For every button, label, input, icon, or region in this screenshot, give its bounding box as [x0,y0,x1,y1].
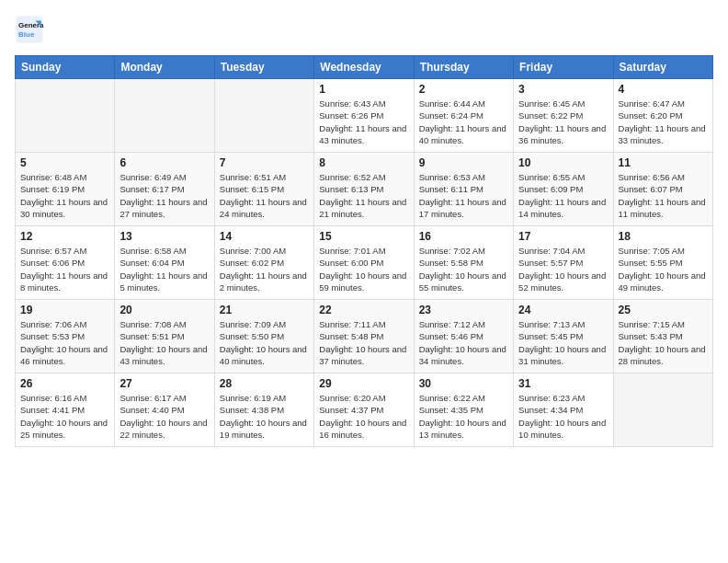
day-number: 13 [119,230,209,243]
calendar-cell: 11Sunrise: 6:56 AM Sunset: 6:07 PM Dayli… [613,153,712,226]
day-info: Sunrise: 7:08 AM Sunset: 5:51 PM Dayligh… [119,318,209,367]
calendar-cell: 26Sunrise: 6:16 AM Sunset: 4:41 PM Dayli… [16,373,115,447]
page-header: General Blue [15,15,713,44]
calendar-cell: 8Sunrise: 6:52 AM Sunset: 6:13 PM Daylig… [314,153,414,226]
calendar-header-row: SundayMondayTuesdayWednesdayThursdayFrid… [16,56,713,79]
calendar-cell: 25Sunrise: 7:15 AM Sunset: 5:43 PM Dayli… [613,300,712,373]
day-number: 2 [419,83,508,96]
day-number: 9 [419,156,508,169]
day-number: 27 [119,377,209,390]
day-number: 30 [419,377,508,390]
day-info: Sunrise: 6:58 AM Sunset: 6:04 PM Dayligh… [119,245,209,293]
day-info: Sunrise: 6:43 AM Sunset: 6:26 PM Dayligh… [319,98,408,146]
calendar-day-header: Saturday [613,56,712,79]
day-info: Sunrise: 7:05 AM Sunset: 5:55 PM Dayligh… [619,245,708,293]
day-info: Sunrise: 7:01 AM Sunset: 6:00 PM Dayligh… [319,245,408,293]
calendar-cell: 3Sunrise: 6:45 AM Sunset: 6:22 PM Daylig… [514,79,613,153]
calendar-cell: 27Sunrise: 6:17 AM Sunset: 4:40 PM Dayli… [115,373,214,447]
calendar-cell: 7Sunrise: 6:51 AM Sunset: 6:15 PM Daylig… [214,153,313,226]
calendar-cell [214,79,313,153]
day-number: 20 [119,304,209,316]
day-number: 8 [319,156,408,169]
calendar-cell: 19Sunrise: 7:06 AM Sunset: 5:53 PM Dayli… [16,300,115,373]
calendar-day-header: Monday [115,56,214,79]
calendar-cell: 14Sunrise: 7:00 AM Sunset: 6:02 PM Dayli… [214,226,313,300]
calendar-cell: 12Sunrise: 6:57 AM Sunset: 6:06 PM Dayli… [16,226,115,300]
calendar-table: SundayMondayTuesdayWednesdayThursdayFrid… [15,55,713,447]
day-info: Sunrise: 6:55 AM Sunset: 6:09 PM Dayligh… [518,171,608,220]
calendar-cell [115,79,214,153]
day-number: 3 [518,83,608,96]
day-number: 28 [220,377,309,390]
day-info: Sunrise: 7:15 AM Sunset: 5:43 PM Dayligh… [619,318,708,367]
day-info: Sunrise: 6:22 AM Sunset: 4:35 PM Dayligh… [419,392,508,441]
day-info: Sunrise: 7:09 AM Sunset: 5:50 PM Dayligh… [220,318,309,367]
calendar-cell: 31Sunrise: 6:23 AM Sunset: 4:34 PM Dayli… [514,373,613,447]
calendar-week-row: 5Sunrise: 6:48 AM Sunset: 6:19 PM Daylig… [16,153,713,226]
calendar-day-header: Tuesday [214,56,313,79]
day-number: 16 [419,230,508,243]
calendar-cell: 24Sunrise: 7:13 AM Sunset: 5:45 PM Dayli… [514,300,613,373]
day-number: 4 [619,83,708,96]
day-info: Sunrise: 6:52 AM Sunset: 6:13 PM Dayligh… [319,171,408,220]
calendar-week-row: 19Sunrise: 7:06 AM Sunset: 5:53 PM Dayli… [16,300,713,373]
day-info: Sunrise: 7:04 AM Sunset: 5:57 PM Dayligh… [518,245,608,293]
day-number: 6 [119,156,209,169]
calendar-cell: 4Sunrise: 6:47 AM Sunset: 6:20 PM Daylig… [613,79,712,153]
calendar-cell: 9Sunrise: 6:53 AM Sunset: 6:11 PM Daylig… [414,153,513,226]
day-info: Sunrise: 6:17 AM Sunset: 4:40 PM Dayligh… [119,392,209,441]
day-info: Sunrise: 7:06 AM Sunset: 5:53 PM Dayligh… [20,318,109,367]
day-number: 31 [518,377,608,390]
day-info: Sunrise: 6:20 AM Sunset: 4:37 PM Dayligh… [319,392,408,441]
day-number: 24 [518,304,608,316]
calendar-cell: 23Sunrise: 7:12 AM Sunset: 5:46 PM Dayli… [414,300,513,373]
day-number: 11 [619,156,708,169]
day-info: Sunrise: 7:13 AM Sunset: 5:45 PM Dayligh… [518,318,608,367]
calendar-day-header: Friday [514,56,613,79]
calendar-cell [613,373,712,447]
day-info: Sunrise: 6:49 AM Sunset: 6:17 PM Dayligh… [119,171,209,220]
day-info: Sunrise: 6:45 AM Sunset: 6:22 PM Dayligh… [518,98,608,146]
day-info: Sunrise: 7:12 AM Sunset: 5:46 PM Dayligh… [419,318,508,367]
day-info: Sunrise: 6:51 AM Sunset: 6:15 PM Dayligh… [220,171,309,220]
calendar-cell: 13Sunrise: 6:58 AM Sunset: 6:04 PM Dayli… [115,226,214,300]
day-number: 5 [20,156,109,169]
logo: General Blue [15,15,48,44]
calendar-cell: 29Sunrise: 6:20 AM Sunset: 4:37 PM Dayli… [314,373,414,447]
day-info: Sunrise: 6:47 AM Sunset: 6:20 PM Dayligh… [619,98,708,146]
day-info: Sunrise: 6:23 AM Sunset: 4:34 PM Dayligh… [518,392,608,441]
day-info: Sunrise: 7:02 AM Sunset: 5:58 PM Dayligh… [419,245,508,293]
day-number: 23 [419,304,508,316]
day-number: 17 [518,230,608,243]
calendar-cell: 1Sunrise: 6:43 AM Sunset: 6:26 PM Daylig… [314,79,414,153]
calendar-week-row: 26Sunrise: 6:16 AM Sunset: 4:41 PM Dayli… [16,373,713,447]
calendar-cell: 20Sunrise: 7:08 AM Sunset: 5:51 PM Dayli… [115,300,214,373]
day-info: Sunrise: 6:53 AM Sunset: 6:11 PM Dayligh… [419,171,508,220]
day-number: 10 [518,156,608,169]
day-info: Sunrise: 6:19 AM Sunset: 4:38 PM Dayligh… [220,392,309,441]
day-number: 7 [220,156,309,169]
day-number: 15 [319,230,408,243]
day-info: Sunrise: 6:57 AM Sunset: 6:06 PM Dayligh… [20,245,109,293]
day-info: Sunrise: 6:44 AM Sunset: 6:24 PM Dayligh… [419,98,508,146]
calendar-week-row: 12Sunrise: 6:57 AM Sunset: 6:06 PM Dayli… [16,226,713,300]
calendar-cell: 16Sunrise: 7:02 AM Sunset: 5:58 PM Dayli… [414,226,513,300]
day-number: 14 [220,230,309,243]
day-info: Sunrise: 7:00 AM Sunset: 6:02 PM Dayligh… [220,245,309,293]
day-number: 12 [20,230,109,243]
day-number: 25 [619,304,708,316]
calendar-cell: 17Sunrise: 7:04 AM Sunset: 5:57 PM Dayli… [514,226,613,300]
day-number: 26 [20,377,109,390]
calendar-week-row: 1Sunrise: 6:43 AM Sunset: 6:26 PM Daylig… [16,79,713,153]
calendar-cell [16,79,115,153]
day-number: 1 [319,83,408,96]
calendar-cell: 28Sunrise: 6:19 AM Sunset: 4:38 PM Dayli… [214,373,313,447]
calendar-day-header: Wednesday [314,56,414,79]
calendar-cell: 18Sunrise: 7:05 AM Sunset: 5:55 PM Dayli… [613,226,712,300]
day-number: 22 [319,304,408,316]
calendar-day-header: Sunday [16,56,115,79]
calendar-cell: 6Sunrise: 6:49 AM Sunset: 6:17 PM Daylig… [115,153,214,226]
day-number: 29 [319,377,408,390]
day-number: 21 [220,304,309,316]
calendar-cell: 15Sunrise: 7:01 AM Sunset: 6:00 PM Dayli… [314,226,414,300]
